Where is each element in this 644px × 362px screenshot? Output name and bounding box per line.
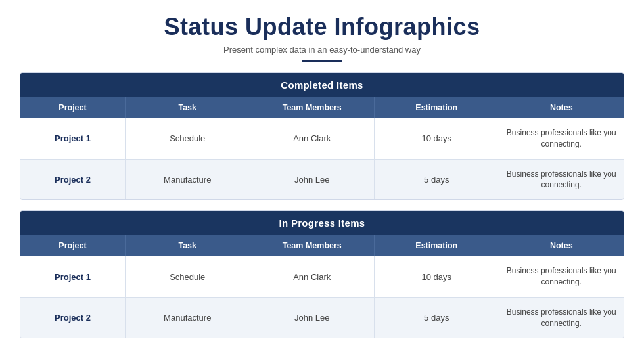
completed-row1-project: Project 1: [20, 118, 126, 159]
completed-column-headers: Project Task Team Members Estimation Not…: [20, 97, 624, 118]
title-divider: [302, 60, 342, 62]
col-header-estimation2: Estimation: [375, 235, 499, 256]
col-header-notes: Notes: [499, 97, 624, 118]
inprogress-row2-project: Project 2: [20, 298, 126, 338]
col-header-project2: Project: [20, 235, 126, 256]
completed-row1-task: Schedule: [126, 118, 250, 159]
table-row: Project 2 Manufacture John Lee 5 days Bu…: [20, 298, 624, 338]
inprogress-row2-team: John Lee: [250, 298, 375, 338]
completed-row2-notes: Business professionals like you connecti…: [499, 160, 624, 200]
completed-row2-team: John Lee: [250, 160, 375, 200]
inprogress-row1-notes: Business professionals like you connecti…: [499, 256, 624, 297]
table-row: Project 1 Schedule Ann Clark 10 days Bus…: [20, 256, 624, 298]
page-title: Status Update Infographics: [164, 13, 480, 41]
completed-row1-notes: Business professionals like you connecti…: [499, 118, 624, 159]
completed-section-header: Completed Items: [20, 73, 624, 97]
completed-row2-estimation: 5 days: [375, 160, 499, 200]
inprogress-items-table: In Progress Items Project Task Team Memb…: [20, 210, 624, 338]
col-header-task: Task: [126, 97, 250, 118]
inprogress-row2-task: Manufacture: [126, 298, 250, 338]
inprogress-row1-estimation: 10 days: [375, 256, 499, 297]
inprogress-row2-estimation: 5 days: [375, 298, 499, 338]
table-row: Project 1 Schedule Ann Clark 10 days Bus…: [20, 118, 624, 160]
inprogress-row1-team: Ann Clark: [250, 256, 375, 297]
col-header-notes2: Notes: [499, 235, 624, 256]
inprogress-row1-project: Project 1: [20, 256, 126, 297]
table-row: Project 2 Manufacture John Lee 5 days Bu…: [20, 160, 624, 200]
col-header-project: Project: [20, 97, 126, 118]
inprogress-row1-task: Schedule: [126, 256, 250, 297]
col-header-estimation: Estimation: [375, 97, 499, 118]
completed-row1-estimation: 10 days: [375, 118, 499, 159]
col-header-team: Team Members: [250, 97, 375, 118]
completed-items-table: Completed Items Project Task Team Member…: [20, 72, 624, 200]
col-header-task2: Task: [126, 235, 250, 256]
col-header-team2: Team Members: [250, 235, 375, 256]
completed-row1-team: Ann Clark: [250, 118, 375, 159]
completed-row2-task: Manufacture: [126, 160, 250, 200]
inprogress-column-headers: Project Task Team Members Estimation Not…: [20, 235, 624, 256]
inprogress-section-header: In Progress Items: [20, 211, 624, 235]
inprogress-row2-notes: Business professionals like you connecti…: [499, 298, 624, 338]
page-subtitle: Present complex data in an easy-to-under…: [223, 45, 421, 55]
completed-row2-project: Project 2: [20, 160, 126, 200]
